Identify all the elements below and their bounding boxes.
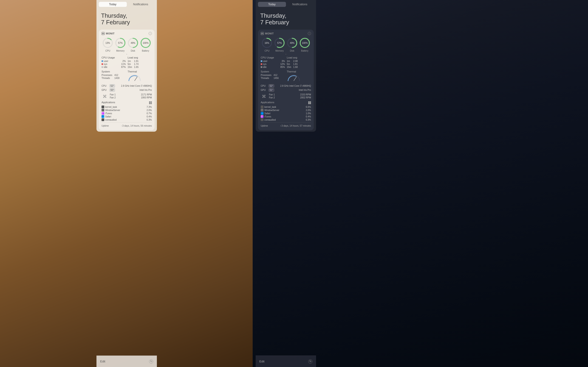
fan-icon-right (261, 93, 267, 100)
cpu-row-idle-right: idle 85% (261, 66, 285, 68)
svg-text:49%: 49% (290, 42, 294, 44)
thermal-gauge-right (287, 74, 301, 82)
bottom-bar-left: Edit ↻ (96, 356, 157, 367)
thermal-left: Thermal (128, 70, 152, 83)
apps-grid-icon-right (308, 101, 311, 104)
gauge-battery-label-right: Battery (301, 50, 309, 52)
gauge-cpu-right: 16% CPU (261, 37, 273, 52)
widget-header-right: MONIT i (261, 32, 311, 35)
cpu-usage-left: CPU Usage user 2% sys 11% idle 87% (102, 56, 126, 69)
system-right: System Processes 412 Threads 1456 (261, 70, 285, 83)
tab-notifications-left[interactable]: Notifications (127, 2, 155, 7)
fan-icon-left (102, 93, 108, 100)
kernel-icon-left (102, 106, 104, 108)
coreaudio-icon-left (102, 118, 104, 121)
cpu-row-user-right: user 3% (261, 60, 285, 62)
svg-line-16 (135, 77, 137, 81)
sys-threads-val-left: 1430 (114, 77, 120, 79)
gpu-temp-label-left: GPU (102, 89, 108, 91)
cpu-name-idle-left: idle (104, 66, 119, 68)
sys-thermal-left: System Processes 412 Threads 1430 Therma… (102, 70, 152, 83)
tab-today-left[interactable]: Today (99, 2, 127, 7)
divider-dot-left: ● (102, 53, 152, 55)
load-row-5m-left: 5m 1.74 (128, 63, 152, 65)
thermal-title-left: Thermal (128, 70, 152, 73)
svg-rect-3 (104, 33, 104, 34)
safari-icon-left (102, 115, 104, 118)
app-kernel-name-left: kernel_task (105, 106, 144, 108)
app-itunes-pct-left: 0.7% (145, 112, 152, 115)
app-itunes-right: iTunes 0.4% (261, 115, 311, 118)
monit-icon-right (261, 32, 264, 35)
uptime-section-left: Uptime › 3 days, 14 hours, 56 minutes (102, 123, 152, 128)
tab-bar-left: Today Notifications (96, 0, 157, 8)
uptime-section-right: Uptime › 3 days, 14 hours, 57 minutes (261, 123, 311, 128)
app-itunes-name-left: iTunes (105, 112, 144, 115)
uptime-label-left[interactable]: Uptime (102, 125, 121, 127)
gauge-battery-label-left: Battery (142, 50, 149, 52)
svg-rect-1 (102, 33, 103, 34)
svg-rect-19 (261, 33, 262, 34)
uptime-chevron-left: › (121, 125, 122, 127)
tab-today-right[interactable]: Today (258, 2, 286, 7)
widget-title-text-right: MONIT (265, 32, 274, 35)
settings-icon-right[interactable]: ↻ (308, 359, 312, 364)
app-kernel-right: kernel_task 6.6% (261, 106, 311, 108)
app-safari-right: Safari 1.0% (261, 112, 311, 115)
svg-text:57%: 57% (277, 42, 282, 44)
edit-button-right[interactable]: Edit (259, 360, 264, 363)
cpu-dot-user-right (261, 60, 262, 62)
gauge-memory-right: 57% Memory (274, 37, 285, 52)
temp-section-left: CPU 52° 2.8 GHz Intel Core i7-4980HQ GPU… (102, 84, 152, 92)
panel-left: Today Notifications Thursday, 7 February… (96, 0, 157, 132)
apps-header-left: Applications (102, 101, 152, 105)
cpu-temp-label-left: CPU (102, 85, 108, 87)
cpu-name-sys-left: sys (104, 63, 119, 65)
app-coreaudio-right: coreaudiod 0.3% (261, 118, 311, 121)
date-weekday-right: Thursday, (260, 12, 311, 19)
widget-header-left: MONIT i (102, 32, 152, 35)
info-icon-right[interactable]: i (308, 32, 311, 35)
cpu-dot-user-left (102, 60, 103, 62)
app-safari-pct-left: 0.4% (145, 115, 152, 118)
widget-title-right: MONIT (261, 32, 274, 35)
gauge-disk-label-left: Disk (131, 50, 135, 52)
gauges-row-right: 16% CPU 57% Memory 49% Disk (261, 37, 311, 52)
load-row-15m-left: 15m 1.65 (128, 66, 152, 68)
itunes-icon-left (102, 112, 104, 115)
gauge-battery-right: 100% Battery (299, 37, 311, 52)
gauge-memory-label-right: Memory (275, 50, 284, 52)
cpu-section-left: CPU Usage user 2% sys 11% idle 87% (102, 56, 152, 69)
app-coreaudio-name-left: coreaudiod (105, 119, 144, 121)
gpu-temp-desc-left: Intel Iris Pro (140, 89, 152, 91)
monit-icon-left (102, 32, 105, 35)
widget-title-text-left: MONIT (106, 32, 115, 35)
info-icon-left[interactable]: i (149, 32, 152, 35)
svg-text:13%: 13% (105, 42, 110, 44)
cpu-row-sys-right: sys 12% (261, 63, 285, 65)
apps-section-left: Applications kernel_task 7.3% WindowServ… (102, 101, 152, 121)
gauge-battery-left: 100% Battery (140, 37, 152, 52)
gauge-disk-left: 49% Disk (127, 37, 139, 52)
panel-right: Today Notifications Thursday, 7 February… (256, 0, 316, 132)
gauges-row-left: 13% CPU 57% Memory 49% Di (102, 37, 152, 52)
gauge-cpu-label-left: CPU (105, 50, 110, 52)
date-right: Thursday, 7 February (256, 8, 316, 28)
cpu-row-user-left: user 2% (102, 60, 126, 62)
app-ws-name-left: WindowServer (105, 109, 144, 111)
date-daymonth-right: 7 February (260, 19, 311, 26)
gauge-memory-left: 57% Memory (114, 37, 126, 52)
svg-text:16%: 16% (265, 42, 269, 44)
edit-button-left[interactable]: Edit (100, 360, 105, 363)
cpu-val-sys-left: 11% (120, 63, 126, 65)
settings-icon-left[interactable]: ↻ (149, 359, 153, 364)
fan-section-left: Fan 1 2171 RPM Fan 2 1993 RPM (102, 93, 152, 100)
svg-text:100%: 100% (143, 42, 149, 44)
sys-threads-left: Threads 1430 (102, 77, 126, 79)
svg-rect-21 (263, 33, 263, 34)
cpu-section-right: CPU Usage user 3% sys 12% idle 85% (261, 56, 311, 69)
apps-grid-icon-left (149, 101, 152, 104)
tab-notifications-right[interactable]: Notifications (286, 2, 314, 7)
app-kernel-left: kernel_task 7.3% (102, 106, 152, 108)
ws-icon-left (102, 109, 104, 111)
